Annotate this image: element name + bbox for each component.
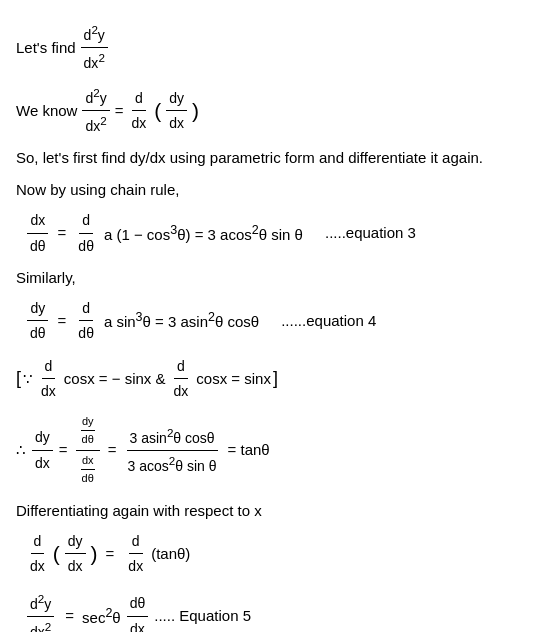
dy-dtheta-line: dy dθ = d dθ a sin3θ = 3 asin2θ cosθ ...…	[24, 296, 536, 346]
therefore-section: ∴ dy dx = dy dθ dx dθ = 3 asin2θ cosθ	[16, 412, 536, 489]
because-line: [ ∵ d dx cosx = − sinx & d dx cosx = sin…	[16, 354, 536, 404]
d-dx-cos-frac2: d dx	[171, 354, 192, 404]
d2y-dx2-result-line: d2y dx2 = sec2θ dθ dx ..... Equation 5	[24, 589, 536, 632]
equals-sign: =	[115, 99, 124, 123]
open-paren: (	[154, 94, 161, 128]
cos-neg-sin: cosx = − sinx &	[64, 367, 166, 391]
dy-dtheta-small: dy dθ	[81, 413, 95, 449]
lets-find-line: Let's find d2y dx2	[16, 20, 536, 75]
eq1: =	[58, 221, 67, 245]
dydt-over-dxdt-frac: dy dθ dx dθ	[76, 412, 100, 489]
dx-dtheta-frac: dx dθ	[27, 208, 49, 258]
close-paren: )	[192, 94, 199, 128]
dy-dx-inner2: dy dx	[65, 529, 86, 579]
sec2-text: sec2θ	[82, 603, 121, 630]
eq4: =	[108, 438, 117, 462]
chain2-text: a sin3θ = 3 asin2θ cosθ	[104, 307, 259, 334]
d2y-dx2-fraction: d2y dx2	[82, 83, 109, 138]
because-section: [ ∵ d dx cosx = − sinx & d dx cosx = sin…	[16, 354, 536, 404]
tan-theta: (tanθ)	[151, 542, 190, 566]
d-dtheta-frac2: d dθ	[75, 296, 97, 346]
diff-again-text: Differentiating again with respect to x	[16, 499, 536, 523]
dx-dtheta-small: dx dθ	[81, 452, 95, 488]
eq6: =	[106, 542, 115, 566]
d2y-dx2-fraction-header: d2y dx2	[81, 20, 108, 75]
trig-result-frac: 3 asin2θ cosθ 3 acos2θ sin θ	[125, 423, 220, 478]
eq5: = tanθ	[228, 438, 270, 462]
paren-close2: )	[91, 537, 98, 571]
diff-again-eq-line: d dx ( dy dx ) = d dx (tanθ)	[24, 529, 536, 579]
therefore-line: ∴ dy dx = dy dθ dx dθ = 3 asin2θ cosθ	[16, 412, 536, 489]
similarly-section: Similarly, dy dθ = d dθ a sin3θ = 3 asin…	[16, 266, 536, 346]
d-dx-fraction: d dx	[128, 86, 149, 136]
chain1-text: a (1 − cos3θ) = 3 acos2θ sin θ	[104, 220, 303, 247]
close-bracket: ]	[273, 364, 278, 393]
we-know-section: We know d2y dx2 = d dx ( dy dx )	[16, 83, 536, 138]
dtheta-dx-frac: dθ dx	[127, 591, 149, 632]
cos-sin: cosx = sinx	[196, 367, 271, 391]
dx-dtheta-line: dx dθ = d dθ a (1 − cos3θ) = 3 acos2θ si…	[24, 208, 536, 258]
paren-open2: (	[53, 537, 60, 571]
we-know-text: We know	[16, 99, 77, 123]
eq5-label: ..... Equation 5	[154, 604, 251, 628]
eq3: =	[59, 438, 68, 462]
so-line-section: So, let's first find dy/dx using paramet…	[16, 146, 536, 170]
eq2: =	[58, 309, 67, 333]
lets-find-text: Let's find	[16, 36, 76, 60]
we-know-line: We know d2y dx2 = d dx ( dy dx )	[16, 83, 536, 138]
d-dx-tan: d dx	[125, 529, 146, 579]
d-dx-outer: d dx	[27, 529, 48, 579]
d2y-dx2-result: d2y dx2	[27, 589, 54, 632]
eq3-label: .....equation 3	[325, 221, 416, 245]
dy-dtheta-frac: dy dθ	[27, 296, 49, 346]
diff-again-section: Differentiating again with respect to x …	[16, 499, 536, 632]
intro-section: Let's find d2y dx2	[16, 20, 536, 75]
chain-rule-text: Now by using chain rule,	[16, 178, 536, 202]
dy-dx-inner-fraction: dy dx	[166, 86, 187, 136]
eq7: =	[65, 604, 74, 628]
therefore-symbol: ∴	[16, 438, 26, 462]
d-dtheta-frac: d dθ	[75, 208, 97, 258]
dy-dx-result-frac: dy dx	[32, 425, 53, 475]
d-dx-cos-frac: d dx	[38, 354, 59, 404]
because-symbol: ∵	[23, 367, 33, 391]
so-line-text: So, let's first find dy/dx using paramet…	[16, 146, 536, 170]
open-bracket: [	[16, 364, 21, 393]
similarly-text: Similarly,	[16, 266, 536, 290]
chain-rule-section: Now by using chain rule, dx dθ = d dθ a …	[16, 178, 536, 258]
eq4-label: ......equation 4	[281, 309, 376, 333]
